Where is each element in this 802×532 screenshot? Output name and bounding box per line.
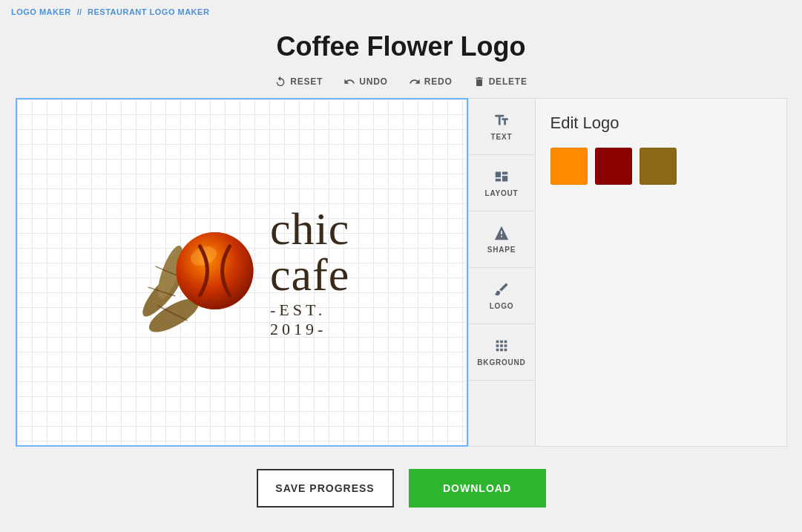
logo-text-area: chic cafe -EST. 2019- (270, 206, 354, 339)
text-icon (493, 112, 510, 128)
breadcrumb-home[interactable]: LOGO MAKER (11, 7, 71, 16)
tool-layout[interactable]: LAYOUT (469, 155, 535, 211)
color-swatch-2[interactable] (595, 148, 632, 185)
main-content: chic cafe -EST. 2019- TEXT LAYOUT (0, 98, 802, 447)
layout-icon (493, 168, 510, 185)
tool-logo[interactable]: LOGO (469, 268, 535, 324)
logo-canvas[interactable]: chic cafe -EST. 2019- (16, 98, 468, 447)
tool-background[interactable]: BKGROUND (469, 324, 535, 381)
reset-button[interactable]: RESET (275, 76, 323, 88)
bottom-bar: SAVE PROGRESS DOWNLOAD (0, 447, 802, 522)
toolbar: RESET UNDO REDO DELETE (0, 76, 802, 98)
color-swatch-3[interactable] (640, 148, 677, 185)
logo-content: chic cafe -EST. 2019- (129, 206, 354, 339)
right-panel: TEXT LAYOUT SHAPE LOGO (468, 98, 787, 447)
background-icon (493, 338, 510, 354)
breadcrumb-separator: // (77, 7, 82, 16)
tool-text[interactable]: TEXT (469, 99, 535, 155)
edit-panel-title: Edit Logo (550, 114, 772, 133)
redo-button[interactable]: REDO (409, 76, 453, 88)
color-swatch-1[interactable] (550, 148, 588, 185)
delete-icon (473, 76, 485, 88)
shape-icon (493, 225, 510, 241)
tool-shape[interactable]: SHAPE (469, 211, 535, 268)
side-toolbar: TEXT LAYOUT SHAPE LOGO (469, 99, 536, 446)
edit-panel: Edit Logo (536, 99, 786, 446)
save-progress-button[interactable]: SAVE PROGRESS (257, 469, 394, 508)
breadcrumb-current[interactable]: RESTAURANT LOGO MAKER (88, 7, 209, 16)
svg-point-7 (176, 232, 253, 309)
redo-icon (409, 76, 421, 88)
logo-name: chic cafe (270, 206, 354, 298)
download-button[interactable]: DOWNLOAD (409, 469, 546, 508)
undo-icon (344, 76, 355, 88)
logo-icon (129, 206, 255, 339)
undo-button[interactable]: UNDO (344, 76, 388, 88)
page-title: Coffee Flower Logo (0, 24, 802, 76)
logo-icon (493, 281, 510, 298)
logo-tagline: -EST. 2019- (270, 301, 354, 339)
coffee-flower-svg (129, 206, 255, 335)
breadcrumb: LOGO MAKER // RESTAURANT LOGO MAKER (0, 0, 802, 24)
reset-icon (275, 76, 286, 88)
color-swatches (550, 148, 772, 185)
delete-button[interactable]: DELETE (473, 76, 527, 88)
